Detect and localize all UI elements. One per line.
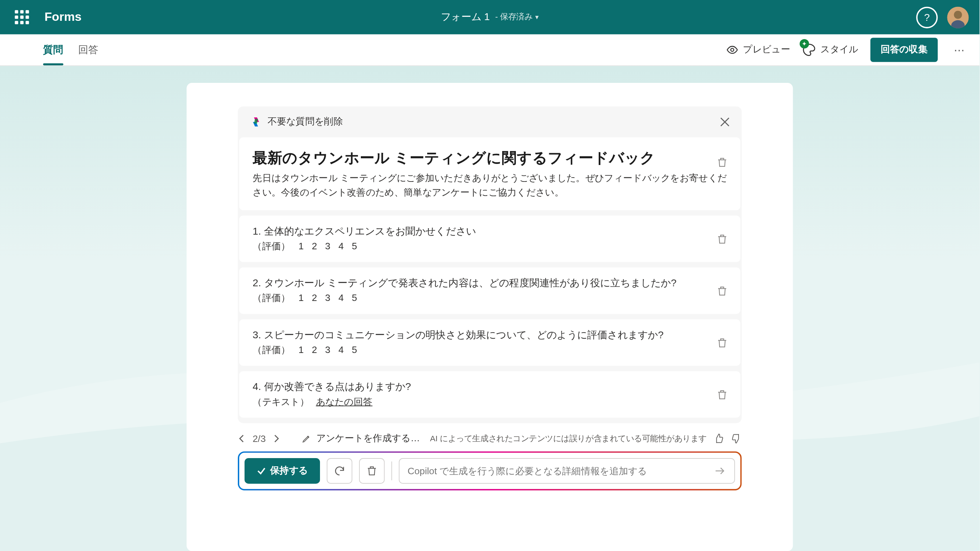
trash-icon [366, 465, 378, 477]
question-meta: （テキスト） あなたの回答 [253, 396, 727, 408]
chevron-right-icon [273, 435, 281, 443]
arrow-right-icon [714, 465, 726, 477]
eye-icon [726, 44, 738, 56]
svg-point-3 [731, 48, 733, 51]
delete-question-button[interactable] [716, 285, 728, 297]
refresh-icon [334, 465, 346, 477]
tab-questions[interactable]: 質問 [43, 35, 63, 65]
chevron-down-icon: ▾ [535, 14, 538, 21]
keep-button[interactable]: 保持する [245, 458, 320, 484]
trash-icon [716, 233, 728, 245]
copilot-icon [250, 116, 262, 128]
copilot-action-bar: 保持する [238, 451, 742, 490]
more-button[interactable]: ⋯ [950, 43, 969, 56]
copilot-input[interactable] [407, 466, 714, 476]
suggestion-nav: 2/3 アンケートを作成する… AI によって生成されたコンテンツには誤りが含ま… [238, 433, 742, 445]
close-panel-button[interactable] [720, 117, 730, 127]
saved-status: - 保存済み [495, 11, 532, 23]
question-text: 4. 何か改善できる点はありますか? [253, 381, 727, 393]
help-button[interactable]: ? [916, 6, 938, 28]
question-meta: （評価）12345 [253, 240, 727, 253]
form-title: 最新のタウンホール ミーティングに関するフィードバック [253, 148, 727, 168]
trash-icon [716, 389, 728, 401]
brand-label: Forms [45, 10, 81, 24]
trash-icon [716, 156, 728, 169]
regenerate-button[interactable] [327, 458, 352, 484]
discard-button[interactable] [359, 458, 385, 484]
edit-prompt-button[interactable]: アンケートを作成する… [302, 433, 420, 445]
chevron-left-icon [238, 435, 246, 443]
keep-label: 保持する [270, 465, 308, 477]
intro-card[interactable]: 最新のタウンホール ミーティングに関するフィードバック 先日はタウンホール ミー… [239, 137, 740, 210]
stage: 不要な質問を削除 最新のタウンホール ミーティングに関するフィードバック 先日は… [0, 66, 980, 551]
question-meta: （評価）12345 [253, 292, 727, 304]
sub-toolbar: 質問 回答 プレビュー ✦ スタイル 回答の収集 ⋯ [0, 34, 980, 66]
user-avatar[interactable] [947, 6, 969, 28]
question-card[interactable]: 4. 何か改善できる点はありますか? （テキスト） あなたの回答 [239, 371, 740, 418]
copilot-panel: 不要な質問を削除 最新のタウンホール ミーティングに関するフィードバック 先日は… [238, 107, 742, 423]
question-card[interactable]: 2. タウンホール ミーティングで発表された内容は、どの程度関連性があり役に立ち… [239, 268, 740, 314]
tabs: 質問 回答 [43, 35, 98, 65]
divider [391, 461, 392, 480]
app-launcher-button[interactable] [11, 6, 32, 28]
delete-question-button[interactable] [716, 389, 728, 401]
delete-question-button[interactable] [716, 233, 728, 245]
style-button[interactable]: ✦ スタイル [802, 43, 858, 57]
thumbs-up-button[interactable] [713, 433, 724, 444]
copilot-input-wrapper [399, 458, 735, 484]
copilot-panel-title: 不要な質問を削除 [267, 116, 343, 128]
next-suggestion-button[interactable] [273, 435, 281, 443]
preview-button[interactable]: プレビュー [726, 44, 790, 56]
question-text: 3. スピーカーのコミュニケーションの明快さと効果について、どのように評価されま… [253, 329, 727, 341]
form-title-dropdown[interactable]: フォーム 1 - 保存済み ▾ [441, 11, 538, 24]
edit-prompt-label: アンケートを作成する… [317, 433, 420, 445]
ai-disclaimer: AI によって生成されたコンテンツには誤りが含まれている可能性があります [430, 433, 707, 444]
collect-responses-button[interactable]: 回答の収集 [870, 38, 938, 62]
prev-suggestion-button[interactable] [238, 435, 246, 443]
question-text: 1. 全体的なエクスペリエンスをお聞かせください [253, 225, 727, 238]
waffle-icon [14, 10, 28, 24]
close-icon [720, 117, 730, 127]
delete-question-button[interactable] [716, 336, 728, 349]
thumbs-up-icon [713, 433, 724, 444]
page-indicator: 2/3 [253, 433, 266, 444]
thumbs-down-button[interactable] [731, 433, 742, 444]
question-text: 2. タウンホール ミーティングで発表された内容は、どの程度関連性があり役に立ち… [253, 277, 727, 290]
svg-point-1 [954, 10, 962, 19]
send-button[interactable] [714, 465, 726, 477]
style-badge-icon: ✦ [800, 39, 809, 48]
pencil-icon [302, 434, 311, 443]
trash-icon [716, 285, 728, 297]
form-description: 先日はタウンホール ミーティングにご参加いただきありがとうございました。ぜひフィ… [253, 171, 727, 199]
question-meta: （評価）12345 [253, 344, 727, 357]
thumbs-down-icon [731, 433, 742, 444]
copilot-panel-header: 不要な質問を削除 [238, 107, 742, 137]
delete-intro-button[interactable] [716, 156, 728, 169]
tab-responses[interactable]: 回答 [78, 35, 98, 65]
trash-icon [716, 336, 728, 349]
style-label: スタイル [820, 44, 858, 56]
question-card[interactable]: 1. 全体的なエクスペリエンスをお聞かせください （評価）12345 [239, 216, 740, 262]
top-header: Forms フォーム 1 - 保存済み ▾ ? [0, 0, 980, 34]
check-icon [257, 467, 266, 476]
preview-label: プレビュー [743, 44, 790, 56]
form-canvas: 不要な質問を削除 最新のタウンホール ミーティングに関するフィードバック 先日は… [186, 83, 793, 551]
question-card[interactable]: 3. スピーカーのコミュニケーションの明快さと効果について、どのように評価されま… [239, 319, 740, 366]
form-name: フォーム 1 [441, 11, 490, 24]
